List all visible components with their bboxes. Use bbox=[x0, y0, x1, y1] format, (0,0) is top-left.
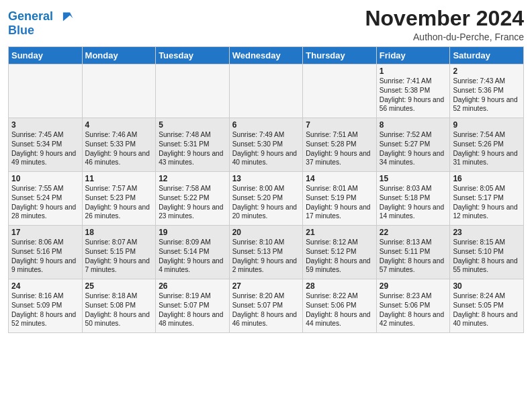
day-number: 6 bbox=[232, 120, 300, 130]
day-number: 24 bbox=[11, 281, 79, 291]
table-row: 5Sunrise: 7:48 AMSunset: 5:31 PMDaylight… bbox=[156, 118, 230, 172]
day-number: 4 bbox=[85, 120, 153, 130]
table-row: 7Sunrise: 7:51 AMSunset: 5:28 PMDaylight… bbox=[303, 118, 377, 172]
day-number: 25 bbox=[85, 281, 153, 291]
logo: General Blue bbox=[8, 9, 74, 38]
location: Authon-du-Perche, France bbox=[365, 32, 524, 42]
calendar-table: Sunday Monday Tuesday Wednesday Thursday… bbox=[8, 46, 524, 333]
day-info: Sunrise: 8:10 AMSunset: 5:13 PMDaylight:… bbox=[232, 238, 300, 275]
day-number: 16 bbox=[453, 174, 521, 183]
header: General Blue November 2024 Authon-du-Per… bbox=[8, 7, 524, 42]
day-info: Sunrise: 8:24 AMSunset: 5:05 PMDaylight:… bbox=[453, 291, 521, 328]
calendar-week-row: 10Sunrise: 7:55 AMSunset: 5:24 PMDayligh… bbox=[9, 172, 524, 226]
month-title: November 2024 bbox=[365, 7, 524, 30]
table-row: 6Sunrise: 7:49 AMSunset: 5:30 PMDaylight… bbox=[229, 118, 303, 172]
header-monday: Monday bbox=[82, 47, 156, 64]
day-number: 17 bbox=[11, 228, 79, 237]
day-number: 20 bbox=[232, 228, 300, 237]
day-number: 3 bbox=[11, 120, 79, 130]
table-row: 19Sunrise: 8:09 AMSunset: 5:14 PMDayligh… bbox=[156, 226, 230, 279]
day-info: Sunrise: 8:16 AMSunset: 5:09 PMDaylight:… bbox=[11, 291, 79, 328]
day-number: 30 bbox=[453, 281, 521, 291]
calendar-header-row: Sunday Monday Tuesday Wednesday Thursday… bbox=[9, 47, 524, 64]
table-row bbox=[303, 64, 377, 118]
day-number: 10 bbox=[11, 174, 79, 183]
day-info: Sunrise: 7:49 AMSunset: 5:30 PMDaylight:… bbox=[232, 130, 300, 167]
svg-marker-0 bbox=[63, 12, 73, 21]
day-number: 15 bbox=[380, 174, 447, 183]
table-row: 8Sunrise: 7:52 AMSunset: 5:27 PMDaylight… bbox=[376, 118, 450, 172]
day-number: 18 bbox=[85, 228, 153, 237]
day-number: 11 bbox=[85, 174, 153, 183]
logo-line1: General bbox=[8, 9, 74, 24]
day-number: 21 bbox=[306, 228, 373, 237]
table-row: 20Sunrise: 8:10 AMSunset: 5:13 PMDayligh… bbox=[229, 226, 303, 279]
table-row: 14Sunrise: 8:01 AMSunset: 5:19 PMDayligh… bbox=[303, 172, 377, 226]
day-number: 22 bbox=[380, 228, 447, 237]
day-info: Sunrise: 7:46 AMSunset: 5:33 PMDaylight:… bbox=[85, 130, 153, 167]
day-info: Sunrise: 7:52 AMSunset: 5:27 PMDaylight:… bbox=[380, 130, 447, 167]
day-info: Sunrise: 8:12 AMSunset: 5:12 PMDaylight:… bbox=[306, 238, 373, 275]
calendar-week-row: 3Sunrise: 7:45 AMSunset: 5:34 PMDaylight… bbox=[9, 118, 524, 172]
header-friday: Friday bbox=[376, 47, 450, 64]
day-number: 26 bbox=[159, 281, 226, 291]
calendar-week-row: 1Sunrise: 7:41 AMSunset: 5:38 PMDaylight… bbox=[9, 64, 524, 118]
header-wednesday: Wednesday bbox=[229, 47, 303, 64]
day-info: Sunrise: 7:41 AMSunset: 5:38 PMDaylight:… bbox=[380, 77, 447, 113]
day-info: Sunrise: 8:09 AMSunset: 5:14 PMDaylight:… bbox=[159, 238, 226, 275]
table-row: 9Sunrise: 7:54 AMSunset: 5:26 PMDaylight… bbox=[450, 118, 524, 172]
day-number: 19 bbox=[159, 228, 226, 237]
title-block: November 2024 Authon-du-Perche, France bbox=[365, 7, 524, 42]
day-info: Sunrise: 8:19 AMSunset: 5:07 PMDaylight:… bbox=[159, 291, 226, 328]
table-row: 22Sunrise: 8:13 AMSunset: 5:11 PMDayligh… bbox=[376, 226, 450, 279]
calendar-week-row: 17Sunrise: 8:06 AMSunset: 5:16 PMDayligh… bbox=[9, 226, 524, 279]
table-row: 10Sunrise: 7:55 AMSunset: 5:24 PMDayligh… bbox=[9, 172, 83, 226]
table-row bbox=[156, 64, 230, 118]
day-info: Sunrise: 7:45 AMSunset: 5:34 PMDaylight:… bbox=[11, 130, 79, 167]
logo-general: General bbox=[8, 9, 53, 23]
day-info: Sunrise: 7:54 AMSunset: 5:26 PMDaylight:… bbox=[453, 130, 521, 167]
header-saturday: Saturday bbox=[450, 47, 524, 64]
table-row: 4Sunrise: 7:46 AMSunset: 5:33 PMDaylight… bbox=[82, 118, 156, 172]
table-row: 18Sunrise: 8:07 AMSunset: 5:15 PMDayligh… bbox=[82, 226, 156, 279]
header-sunday: Sunday bbox=[9, 47, 83, 64]
table-row: 29Sunrise: 8:23 AMSunset: 5:06 PMDayligh… bbox=[376, 279, 450, 333]
day-number: 8 bbox=[380, 120, 447, 130]
table-row: 15Sunrise: 8:03 AMSunset: 5:18 PMDayligh… bbox=[376, 172, 450, 226]
day-number: 23 bbox=[453, 228, 521, 237]
day-info: Sunrise: 8:18 AMSunset: 5:08 PMDaylight:… bbox=[85, 291, 153, 328]
table-row: 17Sunrise: 8:06 AMSunset: 5:16 PMDayligh… bbox=[9, 226, 83, 279]
table-row: 21Sunrise: 8:12 AMSunset: 5:12 PMDayligh… bbox=[303, 226, 377, 279]
day-number: 14 bbox=[306, 174, 373, 183]
day-info: Sunrise: 8:15 AMSunset: 5:10 PMDaylight:… bbox=[453, 238, 521, 275]
day-info: Sunrise: 8:01 AMSunset: 5:19 PMDaylight:… bbox=[306, 184, 373, 221]
table-row: 26Sunrise: 8:19 AMSunset: 5:07 PMDayligh… bbox=[156, 279, 230, 333]
day-info: Sunrise: 7:48 AMSunset: 5:31 PMDaylight:… bbox=[159, 130, 226, 167]
table-row: 11Sunrise: 7:57 AMSunset: 5:23 PMDayligh… bbox=[82, 172, 156, 226]
day-number: 2 bbox=[453, 66, 521, 76]
calendar-week-row: 24Sunrise: 8:16 AMSunset: 5:09 PMDayligh… bbox=[9, 279, 524, 333]
day-info: Sunrise: 8:00 AMSunset: 5:20 PMDaylight:… bbox=[232, 184, 300, 221]
table-row bbox=[9, 64, 83, 118]
day-info: Sunrise: 8:20 AMSunset: 5:07 PMDaylight:… bbox=[232, 291, 300, 328]
day-info: Sunrise: 7:57 AMSunset: 5:23 PMDaylight:… bbox=[85, 184, 153, 221]
table-row: 3Sunrise: 7:45 AMSunset: 5:34 PMDaylight… bbox=[9, 118, 83, 172]
table-row: 16Sunrise: 8:05 AMSunset: 5:17 PMDayligh… bbox=[450, 172, 524, 226]
table-row: 23Sunrise: 8:15 AMSunset: 5:10 PMDayligh… bbox=[450, 226, 524, 279]
day-info: Sunrise: 8:22 AMSunset: 5:06 PMDaylight:… bbox=[306, 291, 373, 328]
day-number: 5 bbox=[159, 120, 226, 130]
day-number: 7 bbox=[306, 120, 373, 130]
day-info: Sunrise: 7:55 AMSunset: 5:24 PMDaylight:… bbox=[11, 184, 79, 221]
day-info: Sunrise: 7:43 AMSunset: 5:36 PMDaylight:… bbox=[453, 77, 521, 113]
day-number: 12 bbox=[159, 174, 226, 183]
day-number: 13 bbox=[232, 174, 300, 183]
table-row: 2Sunrise: 7:43 AMSunset: 5:36 PMDaylight… bbox=[450, 64, 524, 118]
day-info: Sunrise: 7:58 AMSunset: 5:22 PMDaylight:… bbox=[159, 184, 226, 221]
table-row: 12Sunrise: 7:58 AMSunset: 5:22 PMDayligh… bbox=[156, 172, 230, 226]
table-row: 24Sunrise: 8:16 AMSunset: 5:09 PMDayligh… bbox=[9, 279, 83, 333]
day-number: 27 bbox=[232, 281, 300, 291]
table-row bbox=[82, 64, 156, 118]
day-info: Sunrise: 8:23 AMSunset: 5:06 PMDaylight:… bbox=[380, 291, 447, 328]
table-row: 25Sunrise: 8:18 AMSunset: 5:08 PMDayligh… bbox=[82, 279, 156, 333]
table-row: 30Sunrise: 8:24 AMSunset: 5:05 PMDayligh… bbox=[450, 279, 524, 333]
